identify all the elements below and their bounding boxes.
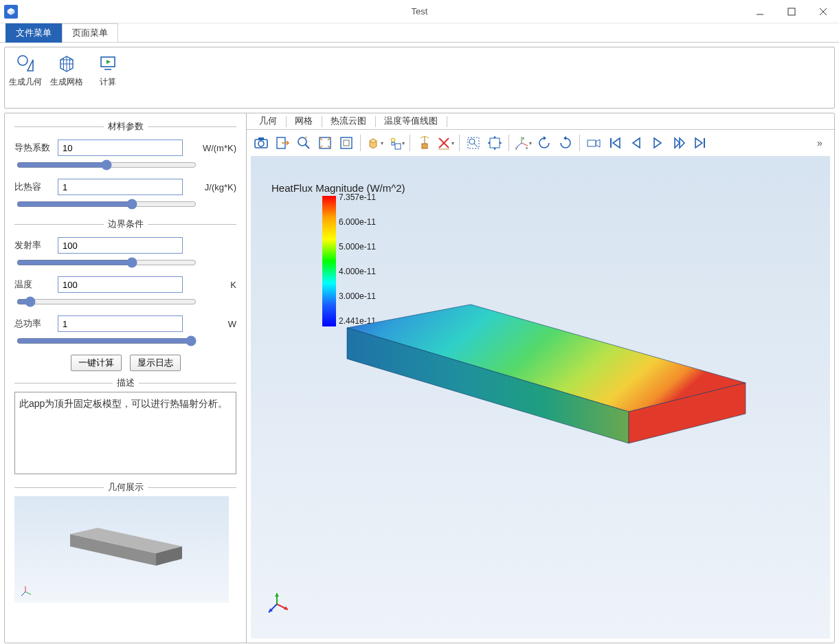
section-title: 描述: [113, 377, 139, 389]
rotate-ccw-icon[interactable]: [534, 133, 555, 153]
viewport-3d[interactable]: HeatFlux Magnitude (W/m^2) 7.357e-11 6.0…: [251, 156, 830, 639]
export-icon[interactable]: [272, 133, 293, 153]
axes-mini-icon: [19, 585, 32, 599]
svg-rect-61: [588, 140, 596, 146]
emissivity-slider[interactable]: [16, 256, 197, 269]
svg-point-25: [258, 141, 264, 146]
svg-rect-40: [422, 144, 427, 148]
svg-text:-: -: [308, 137, 310, 144]
skip-last-icon[interactable]: [690, 133, 711, 153]
fit-view-icon[interactable]: [315, 133, 335, 153]
svg-marker-60: [563, 136, 566, 140]
svg-point-46: [469, 139, 475, 144]
show-log-button[interactable]: 显示日志: [130, 355, 181, 371]
axes-icon[interactable]: zxy▾: [513, 133, 533, 153]
specific-heat-slider[interactable]: [16, 198, 197, 210]
ribbon-compute[interactable]: 计算: [87, 47, 128, 108]
svg-point-7: [18, 56, 27, 65]
svg-text:y: y: [515, 146, 517, 150]
power-slider[interactable]: [16, 335, 197, 347]
view-tabs: 几何 网格 热流云图 温度等值线图: [247, 113, 834, 130]
ribbon-generate-mesh[interactable]: 生成网格: [46, 47, 87, 108]
emissivity-input[interactable]: [58, 237, 183, 254]
view-tab-geometry[interactable]: 几何: [251, 113, 286, 129]
ribbon-label: 生成网格: [50, 76, 83, 88]
skip-first-icon[interactable]: [605, 133, 625, 153]
show-cube-icon[interactable]: ▾: [364, 133, 385, 153]
svg-line-47: [474, 144, 478, 147]
svg-marker-77: [275, 593, 279, 597]
svg-marker-52: [500, 142, 502, 144]
svg-rect-26: [258, 137, 264, 140]
toolbar-overflow-icon[interactable]: »: [809, 133, 830, 153]
view-tab-heatflux[interactable]: 热流云图: [322, 113, 375, 129]
mesh-cube-icon: [56, 53, 77, 74]
rotate-cw-icon[interactable]: [555, 133, 576, 153]
svg-marker-67: [675, 138, 680, 148]
param-unit: K: [230, 280, 236, 290]
main-tabbar: 文件菜单 页面菜单: [0, 23, 839, 43]
svg-rect-48: [490, 138, 500, 148]
compute-button[interactable]: 一键计算: [71, 355, 122, 371]
svg-marker-69: [695, 138, 702, 148]
temperature-slider[interactable]: [16, 296, 197, 308]
svg-line-22: [25, 592, 31, 595]
sidebar: 材料参数 导热系数 W/(m*K) 比热容 J/(kg*K) 边界条件 发射率 …: [5, 113, 247, 643]
delete-icon[interactable]: ▾: [435, 133, 456, 153]
snapshot-icon[interactable]: [251, 133, 271, 153]
pan-icon[interactable]: [484, 133, 505, 153]
power-input[interactable]: [58, 315, 183, 332]
svg-marker-64: [613, 138, 620, 148]
svg-marker-62: [596, 140, 600, 147]
step-back-icon[interactable]: [626, 133, 647, 153]
reset-view-icon[interactable]: [336, 133, 357, 153]
main-area: 几何 网格 热流云图 温度等值线图 +- ▾ ▾ ▾ zxy▾: [247, 113, 834, 643]
play-icon[interactable]: [647, 133, 668, 153]
param-unit: W/(m*K): [203, 143, 236, 153]
param-unit: J/(kg*K): [205, 182, 236, 192]
view-tab-mesh[interactable]: 网格: [287, 113, 322, 129]
ribbon-label: 计算: [100, 76, 116, 88]
section-title: 边界条件: [104, 218, 148, 230]
view-tab-isotherms[interactable]: 温度等值线图: [376, 113, 447, 129]
thermal-conductivity-input[interactable]: [58, 140, 183, 156]
specific-heat-input[interactable]: [58, 179, 183, 195]
clear-icon[interactable]: [414, 133, 434, 153]
tab-file-menu[interactable]: 文件菜单: [5, 23, 62, 43]
light-icon[interactable]: ▾: [385, 133, 406, 153]
tab-page-menu[interactable]: 页面菜单: [62, 23, 118, 43]
svg-text:x: x: [526, 146, 528, 150]
step-forward-icon[interactable]: [669, 133, 689, 153]
ribbon: 生成几何 生成网格 计算: [4, 47, 835, 109]
svg-point-37: [391, 138, 395, 142]
svg-marker-49: [493, 136, 496, 138]
svg-marker-16: [107, 60, 111, 64]
ribbon-generate-geometry[interactable]: 生成几何: [5, 47, 46, 108]
zoom-icon[interactable]: +-: [293, 133, 314, 153]
svg-line-29: [305, 144, 309, 148]
svg-marker-66: [654, 138, 661, 148]
section-description: 描述: [14, 377, 236, 389]
geometry-preview[interactable]: [14, 496, 229, 603]
ribbon-label: 生成几何: [9, 76, 42, 88]
thermal-conductivity-slider[interactable]: [16, 159, 197, 171]
section-material: 材料参数: [14, 120, 236, 133]
viewport-toolbar: +- ▾ ▾ ▾ zxy▾ »: [247, 130, 834, 156]
model-render: [313, 266, 835, 623]
param-label: 比热容: [14, 181, 52, 193]
temperature-input[interactable]: [58, 276, 183, 293]
svg-marker-59: [544, 136, 546, 140]
svg-rect-34: [344, 140, 349, 146]
titlebar: Test: [0, 0, 839, 23]
select-box-icon[interactable]: [463, 133, 484, 153]
param-label: 温度: [14, 278, 52, 291]
svg-text:z: z: [522, 136, 524, 140]
tab-label: 页面菜单: [72, 27, 108, 39]
svg-rect-38: [392, 142, 394, 145]
svg-rect-39: [395, 144, 401, 149]
svg-marker-65: [633, 138, 640, 148]
param-label: 导热系数: [14, 142, 52, 154]
sphere-cone-icon: [15, 53, 36, 74]
play-screen-icon: [98, 53, 118, 74]
camera-icon[interactable]: [583, 133, 604, 153]
